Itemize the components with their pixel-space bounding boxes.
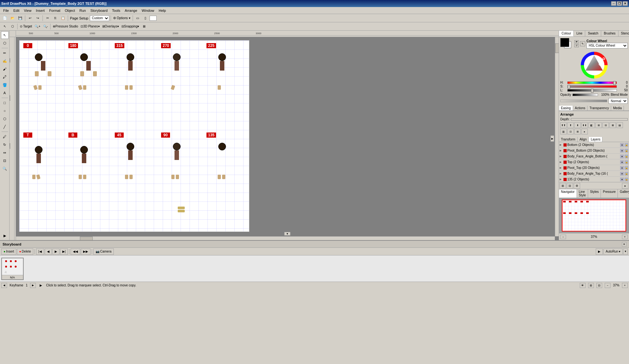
page-orient1[interactable]: ▭ xyxy=(134,15,141,22)
tab-navigator[interactable]: Navigator xyxy=(559,189,577,198)
layer-lock-135[interactable]: 🔒 xyxy=(625,178,628,181)
tab-pressure[interactable]: Pressure xyxy=(601,189,618,198)
menu-help[interactable]: Help xyxy=(157,8,168,13)
menu-window[interactable]: Window xyxy=(140,8,156,13)
sb-delete-btn[interactable]: ● Delete xyxy=(17,248,33,255)
sb-autorun-btn[interactable]: AutoRun ▾ xyxy=(603,248,623,255)
vertical-scrollbar[interactable] xyxy=(555,37,559,236)
sb-insert-btn[interactable]: ● Insert xyxy=(1,248,16,255)
layer-lock-pivot-top[interactable]: 🔒 xyxy=(625,166,628,170)
node-tool[interactable]: ⬡ xyxy=(9,23,16,30)
copy-btn[interactable]: ⎘ xyxy=(52,15,59,22)
tab-colour[interactable]: Colour xyxy=(559,31,574,36)
canvas-expand-bottom[interactable]: ▼ xyxy=(284,232,291,236)
paint-tool-btn[interactable]: 🖍 xyxy=(1,73,9,81)
tab-transform[interactable]: Transform xyxy=(559,137,578,142)
layer-vis-bfa-bot[interactable]: ● xyxy=(620,155,624,158)
open-btn[interactable]: 📂 xyxy=(9,15,16,22)
close-button[interactable]: ✕ xyxy=(623,1,628,6)
status-play-btn[interactable]: ▶ xyxy=(40,284,42,287)
layer-vis-bfa-top[interactable]: ● xyxy=(620,172,624,176)
undo-btn[interactable]: ↩ xyxy=(27,15,34,22)
tab-align[interactable]: Align xyxy=(578,137,589,142)
3d-planes-btn[interactable]: ⊡ 3D Planes ▾ xyxy=(80,23,100,30)
sb-prev-start-btn[interactable]: |◀ xyxy=(36,248,44,255)
layer-vis-top[interactable]: ● xyxy=(620,160,624,164)
status-next-frame-btn[interactable]: ▶ xyxy=(30,283,36,288)
minimize-button[interactable]: ─ xyxy=(611,1,616,6)
ellipse-tool-btn[interactable]: ○ xyxy=(1,107,9,115)
swap-colors-btn[interactable]: ⇄ xyxy=(574,40,579,43)
status-expand-btn[interactable]: ⊞ xyxy=(588,283,594,288)
sb-next-btn[interactable]: ▶| xyxy=(60,248,68,255)
cut-btn[interactable]: ✂ xyxy=(44,15,51,22)
tab-stencils[interactable]: Stencils xyxy=(618,31,629,36)
pointer-tool-btn[interactable]: ↖ xyxy=(1,31,9,39)
pointer-tool[interactable]: ↖ xyxy=(1,23,8,30)
page-color[interactable] xyxy=(150,16,157,21)
layer-bfa-top[interactable]: ▶ Body_Face_Angle_Top (16 ( ● 🔒 xyxy=(559,171,629,177)
layers-more-btn[interactable]: ▸ xyxy=(622,183,628,189)
restore-button[interactable]: ❐ xyxy=(617,1,622,6)
align-mid-btn[interactable]: ▤ xyxy=(617,122,623,128)
menu-object[interactable]: Object xyxy=(63,8,77,13)
layer-top[interactable]: ▶ Top (2 Objects) ● 🔒 xyxy=(559,159,629,165)
layer-bfa-bottom[interactable]: ▶ Body_Face_Angle_Bottom ( ● 🔒 xyxy=(559,154,629,159)
tab-layers[interactable]: Layers xyxy=(589,137,602,142)
layers-delete-btn[interactable]: ⊟ xyxy=(567,183,573,189)
more-btn[interactable]: ▸ xyxy=(581,129,588,134)
polygon-tool-btn[interactable]: ⬡ xyxy=(1,115,9,123)
foreground-swatch[interactable] xyxy=(560,38,569,47)
align-bot-btn[interactable]: ▥ xyxy=(560,129,567,134)
align-center-btn[interactable]: ⊞ xyxy=(595,122,602,128)
status-zoom-out-btn[interactable]: − xyxy=(605,283,610,288)
tab-easing[interactable]: Easing xyxy=(559,106,573,110)
page-size-dropdown[interactable]: Custom A4 A3 xyxy=(90,15,109,21)
paste-btn[interactable]: 📋 xyxy=(59,15,66,22)
menu-storyboard[interactable]: Storyboard xyxy=(89,8,110,13)
layer-lock-bfa-top[interactable]: 🔒 xyxy=(625,172,628,176)
overlays-btn[interactable]: ⊞ Overlays ▾ xyxy=(101,23,120,30)
zoom-in-btn[interactable]: 🔍+ xyxy=(34,23,41,30)
drawing-canvas[interactable]: 0 180 315 270 225 T B 45 90 135 xyxy=(16,37,555,236)
status-prev-frame-btn[interactable]: ◀ xyxy=(1,283,7,288)
edit-colour-btn[interactable]: ✎ xyxy=(580,41,585,46)
menu-file[interactable]: File xyxy=(1,8,11,13)
status-eye-btn[interactable]: 👁 xyxy=(580,283,586,288)
brush-tool-btn[interactable]: 🖌 xyxy=(1,65,9,73)
menu-tools[interactable]: Tools xyxy=(110,8,122,13)
layer-135[interactable]: ▶ 135 (2 Objects) ● 🔒 xyxy=(559,177,629,182)
expand-left-btn[interactable]: ▶ xyxy=(1,232,9,239)
crop-tool-btn[interactable]: ⊡ xyxy=(1,157,9,164)
eyedrop-tool-btn[interactable]: 🖊 xyxy=(1,133,9,140)
rotate-tool-btn[interactable]: ↻ xyxy=(1,141,9,148)
storyboard-close-btn[interactable]: ✕ xyxy=(622,242,626,246)
snapping-btn[interactable]: ⊟ Snapping ▾ xyxy=(120,23,140,30)
menu-arrange[interactable]: Arrange xyxy=(123,8,139,13)
blend-mode-select[interactable]: Normal Multiply Screen xyxy=(609,98,628,104)
options-btn[interactable]: ⚙ Options ▾ xyxy=(112,15,131,22)
tab-brushes[interactable]: Brushes xyxy=(601,31,618,36)
layer-lock-pivot-bot[interactable]: 🔒 xyxy=(625,149,628,153)
layer-lock-top[interactable]: 🔒 xyxy=(625,160,628,164)
layers-settings-btn[interactable]: ⚙ xyxy=(574,183,580,189)
opacity-slider[interactable] xyxy=(572,94,598,96)
layer-vis-pivot-bot[interactable]: ● xyxy=(620,149,624,153)
text-tool-btn[interactable]: A xyxy=(1,89,9,97)
fill-tool-btn[interactable]: 🪣 xyxy=(1,81,9,89)
send-backward-btn[interactable]: ⬇ xyxy=(574,122,581,128)
colour-wheel-dropdown[interactable]: HSL Colour Wheel xyxy=(586,43,628,49)
layer-pivot-top[interactable]: ▶ Pivot_Top (20 Objects) ● 🔒 xyxy=(559,165,629,171)
h-slider[interactable] xyxy=(567,81,617,84)
sb-prev-btn[interactable]: ◀ xyxy=(45,248,52,255)
layer-lock-bfa-bot[interactable]: 🔒 xyxy=(625,155,628,158)
status-collapse-btn[interactable]: ⊟ xyxy=(596,283,602,288)
tab-swatch[interactable]: Swatch xyxy=(585,31,601,36)
page-orient2[interactable]: ▯ xyxy=(142,15,149,22)
menu-run[interactable]: Run xyxy=(78,8,88,13)
align-right-btn[interactable]: ⊟ xyxy=(602,122,609,128)
depth-slider[interactable] xyxy=(571,118,628,121)
status-zoom-in-btn[interactable]: + xyxy=(622,283,628,288)
sb-camera-btn[interactable]: 📷 Camera xyxy=(93,248,114,255)
align-top-btn[interactable]: ⊠ xyxy=(610,122,616,128)
